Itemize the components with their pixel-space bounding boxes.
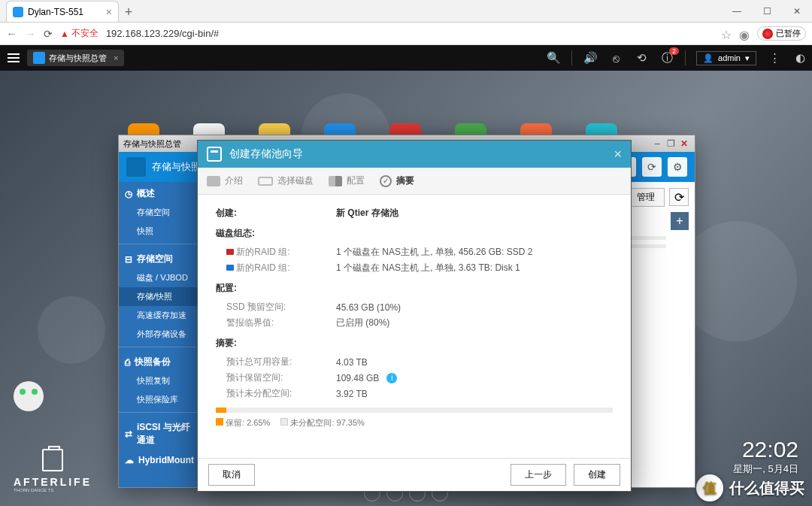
clock-time: 22:02	[733, 437, 798, 462]
window-maximize-icon[interactable]: ☐	[752, 1, 782, 22]
browser-tab-strip: Dylan-TS-551 × + — ☐ ✕	[0, 0, 812, 23]
legend-free-swatch	[280, 418, 288, 426]
add-button[interactable]: +	[671, 212, 689, 230]
wizard-titlebar[interactable]: 创建存储池向导 ×	[198, 141, 631, 168]
volume-icon[interactable]: 🔊	[583, 50, 598, 65]
app-icon	[33, 52, 45, 64]
nav-back-icon[interactable]: ←	[6, 27, 17, 40]
watermark: 值 什么值得买	[696, 474, 804, 501]
section-config: 配置:	[216, 282, 613, 295]
sidebar-item-iscsi[interactable]: ⇄ iSCSI 与光纤通道	[119, 416, 197, 450]
info-icon[interactable]: i	[386, 373, 397, 383]
window-controls: — ☐ ✕	[722, 1, 812, 22]
app-logo-icon	[126, 157, 146, 177]
extension-avatar-icon	[762, 29, 773, 39]
user-icon: 👤	[703, 53, 714, 63]
sidebar-item-snap-vault[interactable]: 快照保险库	[119, 390, 197, 409]
desktop-left-widgets: AFTERLIFE THORN DANCE TS	[14, 381, 92, 492]
wallpaper-brand: AFTERLIFE	[14, 476, 92, 488]
step-summary: 摘要	[380, 174, 414, 187]
raid-blue-icon	[226, 265, 234, 271]
cancel-button[interactable]: 取消	[208, 464, 255, 486]
sidebar-item-cache-accel[interactable]: 高速缓存加速	[119, 306, 197, 325]
browser-tab[interactable]: Dylan-TS-551 ×	[6, 1, 119, 22]
section-disk-group: 磁盘组态:	[216, 227, 613, 240]
nav-forward-icon: →	[25, 27, 36, 40]
tab-favicon	[13, 7, 23, 17]
watermark-icon: 值	[696, 474, 723, 501]
reload-icon[interactable]: ⟳	[44, 28, 53, 40]
desktop-clock: 22:02 星期一, 5月4日	[733, 437, 798, 476]
sidebar-item-snapshot[interactable]: 快照	[119, 222, 197, 241]
tab-close-icon[interactable]: ×	[106, 6, 112, 18]
raid-red-icon	[226, 249, 234, 255]
create-pool-wizard: 创建存储池向导 × 介绍 选择磁盘 配置 摘要 创建:新 Qtier 存储池 磁…	[197, 140, 632, 492]
step-config: 配置	[329, 174, 365, 187]
backup-icon[interactable]: ⎋	[608, 50, 623, 65]
taskbar-app[interactable]: 存储与快照总管 ×	[27, 50, 124, 66]
allocation-reserved-fill	[216, 408, 226, 413]
window-close-icon[interactable]: ✕	[678, 138, 690, 149]
wizard-title: 创建存储池向导	[229, 147, 303, 161]
manage-button[interactable]: 管理	[627, 188, 665, 207]
refresh-button[interactable]: ⟳	[669, 188, 689, 206]
allocation-bar	[216, 408, 613, 413]
extension-status-badge[interactable]: 已暂停	[757, 26, 806, 41]
sidebar-group-storage[interactable]: ⊟ 存储空间	[119, 247, 197, 268]
extensions-area: ☆ ◉ 已暂停	[721, 26, 806, 41]
assistant-icon[interactable]	[14, 381, 44, 411]
window-maximize-icon[interactable]: ❐	[665, 138, 677, 149]
wizard-title-icon	[207, 147, 222, 162]
sync-icon[interactable]: ⟲	[634, 50, 649, 65]
sidebar-item-snap-copy[interactable]: 快照复制	[119, 371, 197, 390]
nas-top-bar: 存储与快照总管 × 🔍 🔊 ⎋ ⟲ ⓘ2 👤 admin ▾ ⋮ ◐	[0, 45, 812, 71]
step-select-disk: 选择磁盘	[258, 174, 314, 187]
url-field[interactable]: 192.168.123.229/cgi-bin/#	[106, 28, 714, 39]
notification-icon[interactable]: ⓘ2	[659, 50, 674, 65]
wizard-content: 创建:新 Qtier 存储池 磁盘组态: 新的RAID 组: 1 个磁盘在 NA…	[198, 195, 631, 458]
search-icon[interactable]: 🔍	[546, 50, 561, 65]
dashboard-icon[interactable]: ◐	[792, 50, 807, 65]
window-close-icon[interactable]: ✕	[782, 1, 812, 22]
new-tab-button[interactable]: +	[119, 2, 138, 22]
insecure-badge[interactable]: ▲ 不安全	[60, 27, 98, 40]
step-intro: 介绍	[207, 174, 243, 187]
create-button[interactable]: 创建	[574, 464, 620, 486]
sidebar-group-snap-backup[interactable]: ⎙ 快照备份	[119, 350, 197, 371]
close-icon[interactable]: ×	[114, 53, 118, 62]
chevron-down-icon: ▾	[745, 53, 750, 63]
tab-title: Dylan-TS-551	[28, 7, 83, 17]
allocation-legend: 保留: 2.65% 未分配空间: 97.35%	[216, 417, 613, 429]
menu-icon[interactable]	[5, 53, 23, 62]
address-bar: ← → ⟳ ▲ 不安全 192.168.123.229/cgi-bin/# ☆ …	[0, 23, 812, 45]
window-minimize-icon[interactable]: –	[651, 138, 663, 149]
warning-icon: ▲	[60, 29, 69, 39]
more-icon[interactable]: ⋮	[767, 50, 782, 65]
user-menu[interactable]: 👤 admin ▾	[696, 51, 756, 65]
wizard-footer: 取消 上一步 创建	[198, 458, 631, 491]
legend-reserved-swatch	[216, 418, 223, 426]
nas-desktop: AFTERLIFE THORN DANCE TS 22:02 星期一, 5月4日…	[0, 71, 812, 506]
toolbar-settings-icon[interactable]: ⚙	[668, 157, 687, 177]
sidebar-item-disk-vjbod[interactable]: 磁盘 / VJBOD	[119, 268, 197, 287]
wizard-steps: 介绍 选择磁盘 配置 摘要	[198, 168, 631, 195]
wizard-close-icon[interactable]: ×	[614, 147, 622, 162]
prev-button[interactable]: 上一步	[511, 464, 566, 486]
toolbar-refresh-icon[interactable]: ⟳	[642, 157, 662, 177]
sidebar-group-overview[interactable]: ◷ 概述	[119, 182, 197, 203]
sidebar-item-hybridmount[interactable]: ☁ HybridMount	[119, 450, 197, 468]
sidebar-item-storage-space[interactable]: 存储空间	[119, 203, 197, 222]
sidebar-item-ext-storage[interactable]: 外部存储设备	[119, 325, 197, 344]
window-minimize-icon[interactable]: —	[722, 1, 752, 22]
trash-icon[interactable]	[42, 449, 63, 471]
star-icon[interactable]: ☆	[721, 28, 733, 40]
extension-icon[interactable]: ◉	[739, 28, 751, 40]
sidebar-item-storage-snapshot[interactable]: 存储/快照	[119, 287, 197, 306]
sm-sidebar: ◷ 概述 存储空间 快照 ⊟ 存储空间 磁盘 / VJBOD 存储/快照 高速缓…	[119, 182, 197, 487]
section-summary: 摘要:	[216, 337, 613, 350]
